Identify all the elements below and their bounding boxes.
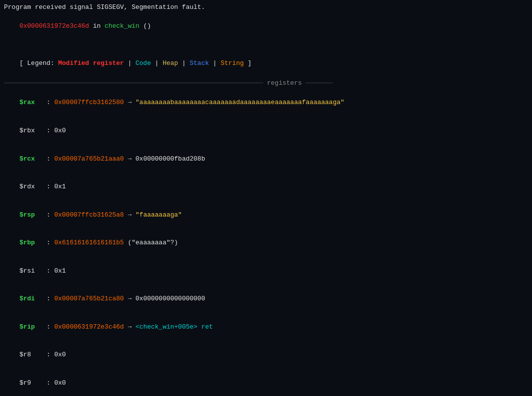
legend-sep4: | — [209, 59, 221, 67]
reg-rsi: $rsi : 0x1 — [4, 257, 528, 285]
legend-sep2: | — [151, 59, 162, 67]
reg-r9: $r9 : 0x0 — [4, 369, 528, 396]
reg-rbx: $rbx : 0x0 — [4, 117, 528, 145]
header-addr: 0x0000631972e3c46d — [19, 22, 89, 30]
registers-divider: ────────────────────────────────────────… — [4, 79, 528, 88]
reg-rdi: $rdi : 0x00007a765b21ca80 → 0x0000000000… — [4, 285, 528, 313]
reg-rbp: $rbp : 0x61616161616161b5 ("eaaaaaaa"?) — [4, 229, 528, 257]
header-in: in — [89, 22, 105, 30]
reg-r8: $r8 : 0x0 — [4, 341, 528, 369]
terminal: Program received signal SIGSEGV, Segment… — [4, 3, 528, 396]
reg-rax: $rax : 0x00007ffcb3162580 → "aaaaaaaabaa… — [4, 89, 528, 117]
header-line1: Program received signal SIGSEGV, Segment… — [4, 3, 528, 12]
legend-sep3: | — [178, 59, 189, 67]
reg-rip: $rip : 0x0000631972e3c46d → <check_win+0… — [4, 313, 528, 341]
legend-prefix: [ Legend: — [19, 59, 58, 67]
legend-modified: Modified register — [58, 59, 124, 67]
reg-rcx: $rcx : 0x00007a765b21aaa0 → 0x00000000fb… — [4, 145, 528, 173]
reg-rdx: $rdx : 0x1 — [4, 173, 528, 201]
legend-stack: Stack — [190, 59, 209, 67]
legend-sep1: | — [124, 59, 135, 67]
reg-rsp: $rsp : 0x00007ffcb31625a8 → "faaaaaaaga" — [4, 201, 528, 229]
legend-suffix: ] — [244, 59, 252, 67]
header-parens: () — [139, 22, 151, 30]
header-line2: 0x0000631972e3c46d in check_win () — [4, 12, 528, 41]
header-func: check_win — [105, 22, 139, 30]
legend-string: String — [221, 59, 244, 67]
legend-heap: Heap — [163, 59, 178, 67]
legend: [ Legend: Modified register | Code | Hea… — [4, 50, 528, 78]
legend-code: Code — [135, 59, 151, 67]
